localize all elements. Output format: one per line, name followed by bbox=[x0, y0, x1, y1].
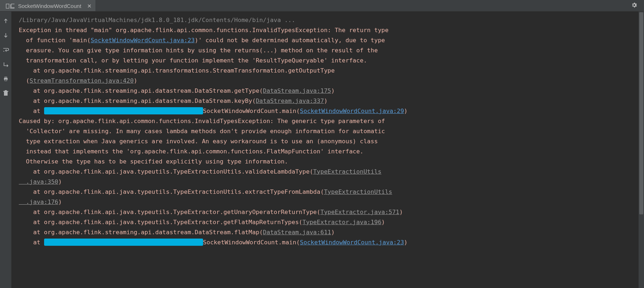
header-actions bbox=[631, 0, 644, 11]
redacted-text bbox=[44, 107, 203, 114]
nav-up-icon[interactable] bbox=[2, 17, 9, 25]
scroll-to-end-icon[interactable] bbox=[2, 61, 9, 68]
stack-frame: at org.apache.flink.streaming.api.datast… bbox=[19, 97, 327, 104]
stack-link[interactable]: DataStream.java:337 bbox=[256, 97, 324, 104]
stack-link[interactable]: SocketWindowWordCount.java:23 bbox=[91, 37, 195, 44]
window-header: SocketWindowWordCount ✕ bbox=[0, 0, 644, 12]
stack-frame: at SocketWindowWordCount.main(SocketWind… bbox=[19, 108, 408, 114]
svg-rect-6 bbox=[4, 92, 8, 96]
svg-rect-0 bbox=[6, 4, 9, 8]
stack-link[interactable]: StreamTransformation.java:420 bbox=[30, 77, 134, 84]
stack-frame: at org.apache.flink.streaming.api.datast… bbox=[19, 229, 335, 236]
scrollbar-thumb[interactable] bbox=[639, 12, 643, 214]
gear-icon[interactable] bbox=[631, 2, 637, 10]
stack-frame: at SocketWindowWordCount.main(SocketWind… bbox=[19, 239, 408, 246]
svg-rect-2 bbox=[11, 4, 14, 8]
stack-link[interactable]: DataStream.java:611 bbox=[263, 229, 331, 236]
redacted-text bbox=[44, 239, 203, 246]
svg-rect-5 bbox=[5, 79, 7, 81]
close-tab-icon[interactable]: ✕ bbox=[87, 3, 92, 9]
run-tab-title: SocketWindowWordCount bbox=[18, 3, 81, 9]
stack-link[interactable]: DataStream.java:175 bbox=[263, 87, 331, 94]
stack-frame: at org.apache.flink.streaming.api.datast… bbox=[19, 87, 335, 94]
command-line: /Library/Java/JavaVirtualMachines/jdk1.8… bbox=[19, 17, 295, 23]
exception-message: Exception in thread "main" org.apache.fl… bbox=[19, 27, 388, 64]
stack-frame: at org.apache.flink.api.java.typeutils.T… bbox=[19, 219, 385, 226]
stack-frame: at org.apache.flink.api.java.typeutils.T… bbox=[19, 209, 403, 215]
print-icon[interactable] bbox=[2, 75, 9, 82]
stack-frame: at org.apache.flink.api.java.typeutils.T… bbox=[19, 188, 392, 205]
svg-rect-4 bbox=[5, 77, 7, 78]
stack-link[interactable]: TypeExtractor.java:196 bbox=[302, 219, 382, 226]
stack-link[interactable]: TypeExtractor.java:571 bbox=[320, 209, 399, 215]
svg-rect-8 bbox=[5, 90, 7, 91]
svg-rect-7 bbox=[3, 91, 8, 92]
run-config-icon bbox=[6, 4, 14, 9]
caused-by-message: Caused by: org.apache.flink.api.common.f… bbox=[19, 118, 385, 165]
nav-down-icon[interactable] bbox=[2, 32, 9, 39]
soft-wrap-icon[interactable] bbox=[2, 46, 9, 53]
run-tab[interactable]: SocketWindowWordCount ✕ bbox=[0, 0, 95, 11]
toolbar-gutter bbox=[0, 12, 12, 288]
stack-frame: at org.apache.flink.streaming.api.transf… bbox=[19, 67, 335, 84]
stack-link[interactable]: SocketWindowWordCount.java:23 bbox=[300, 239, 404, 246]
trash-icon[interactable] bbox=[2, 90, 9, 97]
stack-frame: at org.apache.flink.api.java.typeutils.T… bbox=[19, 168, 381, 185]
scrollbar[interactable] bbox=[639, 12, 644, 288]
stack-link[interactable]: SocketWindowWordCount.java:29 bbox=[300, 108, 404, 114]
console-output[interactable]: /Library/Java/JavaVirtualMachines/jdk1.8… bbox=[12, 12, 639, 288]
